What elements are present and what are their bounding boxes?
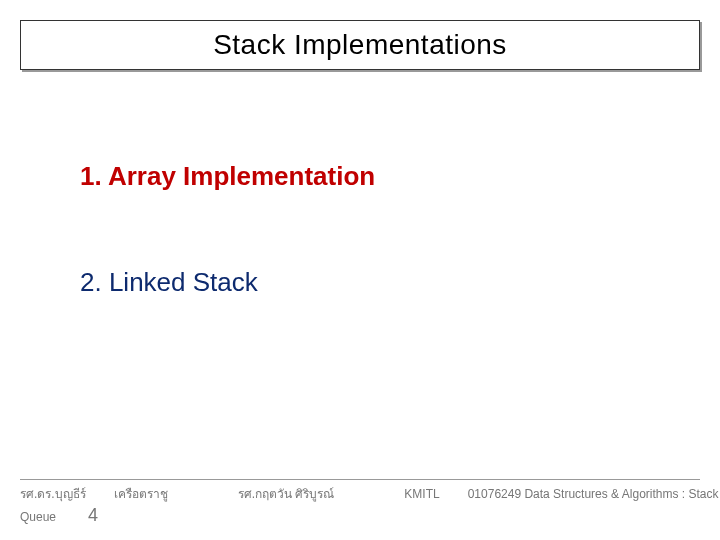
list-item: 2. Linked Stack: [80, 266, 680, 300]
footer-course: 01076249 Data Structures & Algorithms : …: [468, 487, 720, 501]
slide: Stack Implementations 1. Array Implement…: [0, 0, 720, 540]
content-area: 1. Array Implementation 2. Linked Stack: [80, 160, 680, 372]
slide-title: Stack Implementations: [213, 29, 507, 61]
footer-row: Queue 4: [20, 505, 700, 526]
footer-row: รศ.ดร.บุญธีร์ เครือตราชู รศ.กฤตวัน ศิริบ…: [20, 484, 700, 503]
footer-course-tail: Queue: [20, 510, 56, 524]
footer-author: รศ.กฤตวัน ศิริบูรณ์: [238, 484, 335, 503]
footer: รศ.ดร.บุญธีร์ เครือตราชู รศ.กฤตวัน ศิริบ…: [20, 479, 700, 526]
footer-org: KMITL: [404, 487, 439, 501]
list-item: 1. Array Implementation: [80, 160, 680, 194]
title-box: Stack Implementations: [20, 20, 700, 70]
page-number: 4: [88, 505, 98, 526]
footer-author: เครือตราชู: [114, 484, 168, 503]
footer-author: รศ.ดร.บุญธีร์: [20, 484, 86, 503]
